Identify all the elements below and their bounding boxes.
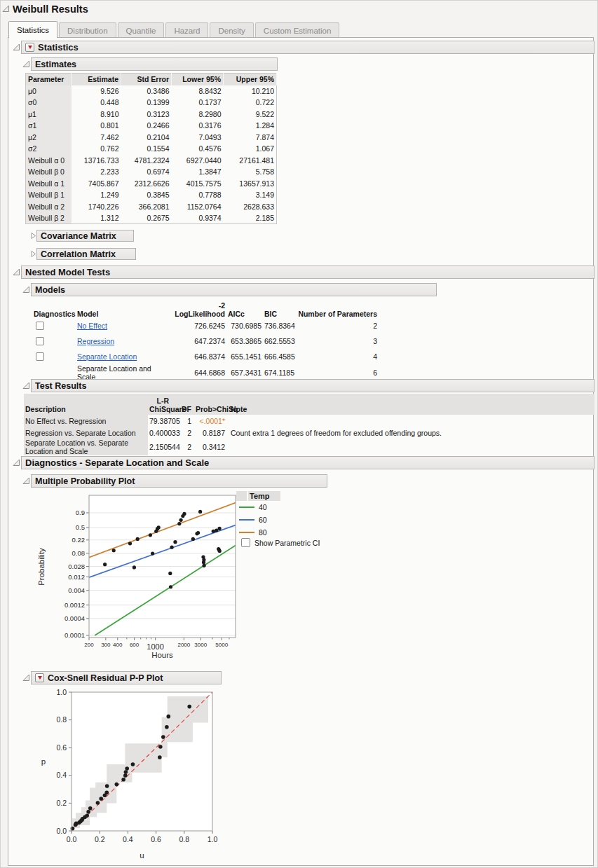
df-cell: 2	[179, 427, 194, 439]
multiple-probability-plot-outline-header[interactable]: Multiple Probability Plot	[31, 474, 327, 488]
chisquare-cell: 2.150544	[148, 439, 179, 455]
column-header: DF	[179, 394, 194, 415]
aicc-cell: 655.1451	[226, 349, 263, 364]
correlation-matrix-outline-header[interactable]: Correlation Matrix	[36, 248, 136, 260]
diagnostics-outline-header[interactable]: Diagnostics - Separate Location and Scal…	[21, 456, 594, 469]
estimates-outline-header[interactable]: Estimates	[31, 57, 278, 71]
data-point	[177, 522, 181, 525]
data-point	[202, 564, 205, 567]
disclosure-triangle-open[interactable]	[22, 382, 30, 390]
data-point	[149, 533, 152, 537]
data-point	[212, 530, 215, 533]
x-axis-title: Hours	[151, 651, 173, 659]
data-point	[166, 715, 170, 719]
y-tick-label: 0.22	[72, 536, 86, 544]
tab-density[interactable]: Density	[210, 22, 253, 38]
cell-value: 0.801	[72, 120, 121, 132]
nested-model-tests-outline-header[interactable]: Nested Model Tests	[21, 266, 594, 279]
disclosure-triangle-open[interactable]	[22, 477, 30, 485]
cell-value: 0.448	[72, 97, 121, 109]
table-row: σ00.4480.13990.17370.722	[26, 97, 277, 109]
diagnostics-checkbox[interactable]	[36, 322, 44, 330]
data-point	[157, 525, 161, 529]
statistics-outline-header[interactable]: Statistics	[21, 41, 594, 54]
cell-value: 1.284	[224, 120, 277, 132]
tab-statistics[interactable]: Statistics	[8, 21, 57, 38]
data-point	[170, 546, 173, 549]
cell-value: 1.312	[72, 212, 121, 224]
bic-cell: 736.8364	[263, 318, 294, 333]
test-results-table: DescriptionL-RChiSquareDFProb>ChiSqNoteN…	[24, 394, 594, 455]
neg2loglik-cell: 647.2374	[169, 333, 226, 349]
disclosure-triangle-open[interactable]	[13, 268, 20, 276]
legend-item-80: 80	[239, 528, 267, 537]
parameter-name: Weibull α 2	[26, 201, 72, 213]
covariance-matrix-title: Covariance Matrix	[41, 231, 116, 241]
prob-cell: <.0001*	[194, 415, 226, 427]
red-triangle-menu-button[interactable]	[35, 673, 44, 682]
aicc-cell: 730.6985	[226, 318, 263, 333]
multiple-probability-plot-graph[interactable]: 0.90.50.220.080.0280.0120.0040.00120.000…	[29, 490, 246, 666]
n-params-cell: 4	[294, 349, 379, 364]
red-triangle-menu-button[interactable]	[25, 43, 34, 52]
show-parametric-ci-label: Show Parametric CI	[254, 539, 320, 547]
model-link[interactable]: Separate Location	[77, 352, 137, 361]
covariance-matrix-outline-header[interactable]: Covariance Matrix	[36, 230, 134, 242]
cell-value: 1.067	[224, 143, 277, 155]
tab-quantile[interactable]: Quantile	[118, 22, 165, 38]
tab-custom-estimation[interactable]: Custom Estimation	[255, 22, 340, 38]
data-point	[168, 572, 172, 575]
parameter-name: Weibull α 1	[26, 178, 72, 190]
disclosure-triangle-open[interactable]	[22, 286, 30, 294]
data-point	[198, 510, 202, 514]
cox-snell-outline-header[interactable]: Cox-Snell Residual P-P Plot	[31, 671, 222, 684]
models-outline-header[interactable]: Models	[31, 283, 437, 296]
table-row: σ10.8010.24660.31761.284	[26, 120, 277, 132]
model-cell: Separate Location	[76, 349, 169, 364]
n-params-cell: 3	[294, 333, 379, 349]
data-point	[121, 778, 125, 782]
x-tick-label: 300	[101, 642, 111, 648]
cell-value: 0.2675	[121, 212, 172, 224]
models-outline-title: Models	[35, 285, 65, 295]
data-point	[71, 827, 75, 831]
legend-item-label: 40	[259, 503, 267, 511]
y-tick-label: 0.0004	[64, 614, 85, 622]
table-row: μ27.4620.21047.04937.874	[26, 132, 277, 144]
column-header: Lower 95%	[172, 74, 224, 85]
cell-value: 6927.0440	[172, 155, 224, 167]
model-link[interactable]: No Effect	[77, 322, 107, 330]
table-row: Regression647.2374653.3865662.55533	[32, 333, 379, 349]
diagnostics-checkbox[interactable]	[36, 352, 44, 361]
disclosure-triangle-open[interactable]	[13, 459, 20, 467]
x-tick-label: 0.2	[95, 835, 105, 843]
disclosure-triangle-open[interactable]	[2, 5, 10, 13]
data-point	[187, 705, 191, 709]
x-tick-label: 0.4	[123, 835, 133, 843]
cox-snell-pp-plot-graph[interactable]: 0.00.00.20.20.40.40.60.60.80.81.01.0up	[32, 686, 229, 865]
chisquare-cell: 0.400033	[148, 427, 179, 439]
cell-value: 0.3845	[121, 189, 172, 201]
table-row: Weibull β 02.2330.69741.38475.758	[26, 166, 277, 178]
note-cell: Count extra 1 degrees of freedom for exc…	[226, 427, 594, 439]
test-results-outline-header[interactable]: Test Results	[31, 379, 594, 392]
model-link[interactable]: Regression	[77, 337, 114, 345]
estimates-outline-title: Estimates	[35, 60, 76, 69]
show-parametric-ci-checkbox[interactable]	[241, 538, 250, 547]
legend-item-40: 40	[239, 503, 267, 511]
table-row: Weibull α 013716.7334781.23246927.044027…	[26, 155, 277, 167]
parameter-name: μ0	[26, 85, 72, 97]
tab-distribution[interactable]: Distribution	[59, 22, 116, 38]
tab-hazard[interactable]: Hazard	[165, 22, 208, 38]
cell-value: 4781.2324	[121, 155, 172, 167]
disclosure-triangle-open[interactable]	[22, 60, 30, 68]
estimates-header-row: ParameterEstimateStd ErrorLower 95%Upper…	[26, 74, 277, 85]
disclosure-triangle-open[interactable]	[22, 674, 30, 682]
cell-value: 0.1554	[121, 143, 172, 155]
column-header: Parameter	[26, 74, 72, 85]
cell-value: 7.874	[224, 132, 277, 144]
disclosure-triangle-open[interactable]	[13, 43, 20, 51]
diagnostics-checkbox[interactable]	[36, 337, 44, 345]
data-point	[161, 735, 165, 739]
y-tick-label: 0.6	[56, 743, 67, 752]
